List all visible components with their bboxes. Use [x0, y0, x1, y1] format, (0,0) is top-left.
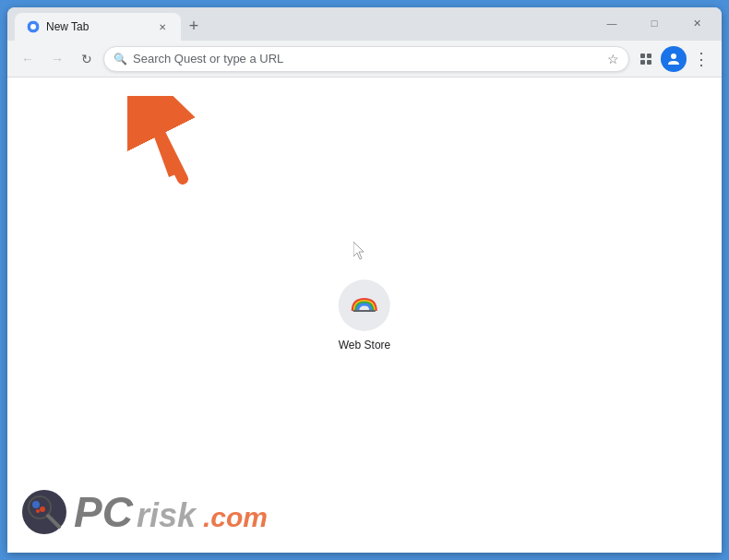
- tab-title: New Tab: [46, 20, 149, 33]
- person-icon: [666, 52, 681, 66]
- web-store-shortcut[interactable]: Web Store: [339, 280, 390, 351]
- web-store-icon: [339, 280, 390, 331]
- omnibar[interactable]: 🔍 Search Quest or type a URL ☆: [103, 46, 629, 72]
- back-button[interactable]: ←: [15, 46, 41, 72]
- web-store-label: Web Store: [339, 339, 390, 351]
- watermark-text-container: PC risk .com: [74, 486, 277, 538]
- toolbar-right: ⋮: [633, 46, 714, 72]
- svg-point-6: [671, 54, 676, 59]
- svg-point-13: [40, 506, 45, 512]
- svg-point-1: [30, 24, 36, 30]
- menu-button[interactable]: ⋮: [688, 46, 714, 72]
- minimize-button[interactable]: —: [591, 9, 633, 37]
- svg-text:PC: PC: [74, 488, 134, 534]
- arrow-annotation: [127, 96, 201, 179]
- maximize-button[interactable]: □: [633, 9, 675, 37]
- active-tab[interactable]: New Tab ✕: [15, 13, 181, 41]
- forward-button[interactable]: →: [44, 46, 70, 72]
- browser-window: New Tab ✕ + — □ ✕ ← → ↻ 🔍 Search Quest o…: [7, 7, 722, 553]
- svg-text:risk: risk: [137, 496, 197, 534]
- chrome-webstore-icon: [350, 291, 379, 320]
- bookmark-star-icon[interactable]: ☆: [607, 52, 619, 66]
- toolbar: ← → ↻ 🔍 Search Quest or type a URL ☆: [7, 41, 722, 77]
- tab-strip: New Tab ✕ +: [7, 7, 591, 41]
- svg-line-11: [48, 516, 59, 527]
- svg-point-12: [32, 501, 40, 508]
- svg-rect-5: [647, 60, 651, 65]
- pcrisk-logo: [22, 490, 66, 534]
- mouse-cursor: [353, 242, 368, 260]
- tab-favicon-icon: [26, 19, 41, 34]
- close-button[interactable]: ✕: [675, 9, 718, 37]
- window-controls: — □ ✕: [591, 9, 722, 41]
- svg-rect-3: [647, 54, 651, 58]
- title-bar: New Tab ✕ + — □ ✕: [7, 7, 722, 41]
- watermark: PC risk .com: [22, 486, 277, 538]
- svg-text:.com: .com: [203, 502, 268, 532]
- extensions-button[interactable]: [633, 46, 659, 72]
- svg-rect-2: [640, 54, 645, 58]
- search-icon: 🔍: [114, 53, 127, 66]
- tab-close-button[interactable]: ✕: [155, 19, 170, 34]
- svg-point-14: [36, 509, 40, 513]
- profile-button[interactable]: [661, 46, 687, 72]
- omnibar-text: Search Quest or type a URL: [133, 52, 602, 66]
- svg-rect-4: [640, 60, 645, 65]
- page-content: Web Store: [7, 77, 722, 553]
- puzzle-icon: [639, 52, 653, 66]
- new-tab-button[interactable]: +: [181, 13, 207, 39]
- reload-button[interactable]: ↻: [74, 46, 100, 72]
- svg-marker-8: [132, 96, 160, 122]
